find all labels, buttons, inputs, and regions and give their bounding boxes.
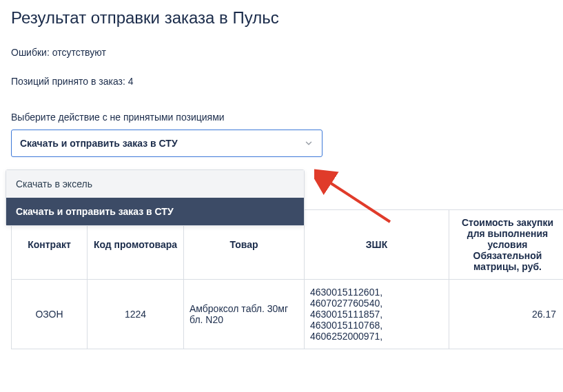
action-select-label: Выберите действие с не принятыми позиция… <box>11 112 552 123</box>
errors-line: Ошибки: отсутствуют <box>11 47 552 58</box>
results-table: Контракт Код промотовара Товар ЗШК Стоим… <box>11 209 563 349</box>
dropdown-option-download-send-stu[interactable]: Скачать и отправить заказ в СТУ <box>6 198 304 225</box>
table-row: ОЗОН 1224 Амброксол табл. 30мг бл. N20 4… <box>12 280 564 349</box>
action-select-dropdown: Скачать в эксель Скачать и отправить зак… <box>6 169 305 226</box>
page-title: Результат отправки заказа в Пульс <box>11 8 552 28</box>
action-select[interactable]: Скачать и отправить заказ в СТУ <box>11 130 323 157</box>
accepted-count-line: Позиций принято в заказ: 4 <box>11 76 552 87</box>
cell-cost: 26.17 <box>449 280 564 349</box>
col-cost: Стоимость закупки для выполнения условия… <box>449 210 564 280</box>
col-zshk: ЗШК <box>305 210 449 280</box>
dropdown-option-download-excel[interactable]: Скачать в эксель <box>6 170 304 198</box>
cell-zshk: 4630015112601, 4607027760540, 4630015111… <box>305 280 449 349</box>
cell-promo-code: 1224 <box>88 280 184 349</box>
cell-product: Амброксол табл. 30мг бл. N20 <box>184 280 305 349</box>
action-select-value: Скачать и отправить заказ в СТУ <box>20 138 178 149</box>
chevron-down-icon <box>304 138 314 148</box>
cell-contract: ОЗОН <box>12 280 88 349</box>
